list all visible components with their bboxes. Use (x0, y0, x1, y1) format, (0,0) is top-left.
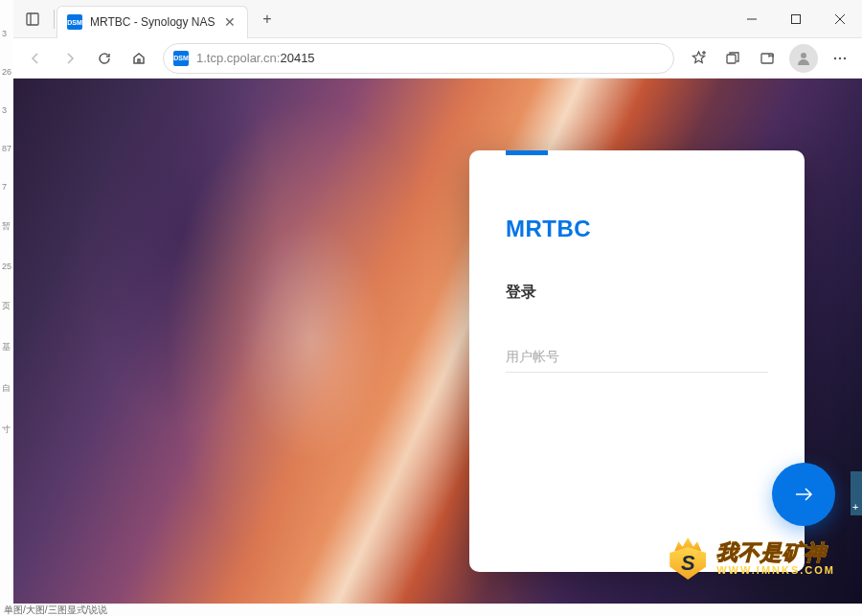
svg-point-13 (844, 57, 846, 58)
favorites-button[interactable] (682, 42, 715, 75)
svg-point-11 (834, 57, 836, 58)
bottom-strip: 单图/大图/三图显式/说说 (0, 604, 862, 616)
refresh-button[interactable] (88, 42, 121, 75)
browser-tab[interactable]: DSM MRTBC - Synology NAS ✕ (57, 6, 248, 38)
browser-titlebar: DSM MRTBC - Synology NAS ✕ + (13, 0, 862, 38)
login-card: MRTBC 登录 (469, 150, 805, 572)
divider (54, 10, 55, 29)
svg-rect-0 (27, 13, 38, 25)
accent-bar (506, 150, 548, 155)
close-window-button[interactable] (818, 0, 862, 38)
username-input[interactable] (506, 341, 768, 372)
app-guard-button[interactable] (751, 42, 783, 75)
address-bar[interactable]: DSM 1.tcp.cpolar.cn:20415 (163, 43, 674, 74)
svg-point-12 (839, 57, 841, 58)
home-button[interactable] (123, 42, 155, 75)
watermark-logo: S (667, 537, 709, 580)
menu-button[interactable] (824, 42, 856, 75)
forward-button[interactable] (54, 42, 86, 75)
maximize-button[interactable] (774, 0, 818, 38)
url-port: 20415 (280, 51, 314, 65)
browser-window: DSM MRTBC - Synology NAS ✕ + DSM 1.tcp.c… (13, 0, 862, 604)
profile-button[interactable] (789, 44, 818, 73)
svg-rect-8 (727, 55, 736, 63)
page-viewport: MRTBC 登录 S 我不是矿神 WWW.IMNKS.COM (13, 79, 862, 604)
tab-favicon: DSM (67, 14, 82, 30)
editor-gutter: 3263877暂25页基自寸 (0, 0, 13, 616)
new-tab-button[interactable]: + (254, 6, 281, 33)
tab-title: MRTBC - Synology NAS (90, 15, 222, 29)
close-tab-icon[interactable]: ✕ (222, 14, 238, 30)
submit-button[interactable] (772, 463, 835, 526)
svg-point-10 (801, 53, 806, 58)
browser-toolbar: DSM 1.tcp.cpolar.cn:20415 (13, 38, 862, 79)
watermark-cn-text: 我不是矿神 (716, 541, 835, 564)
right-edge-widget[interactable] (851, 471, 862, 515)
collections-button[interactable] (716, 42, 749, 75)
url-host: 1.tcp.cpolar.cn: (196, 51, 280, 65)
watermark-url: WWW.IMNKS.COM (716, 564, 835, 576)
minimize-button[interactable] (730, 0, 774, 38)
url-favicon: DSM (173, 51, 189, 66)
login-heading: 登录 (506, 283, 768, 303)
brand-title: MRTBC (506, 216, 768, 242)
tab-actions-button[interactable] (17, 4, 48, 34)
arrow-right-icon (790, 481, 817, 508)
watermark: S 我不是矿神 WWW.IMNKS.COM (667, 537, 835, 580)
svg-rect-3 (792, 14, 801, 23)
back-button[interactable] (19, 42, 52, 75)
